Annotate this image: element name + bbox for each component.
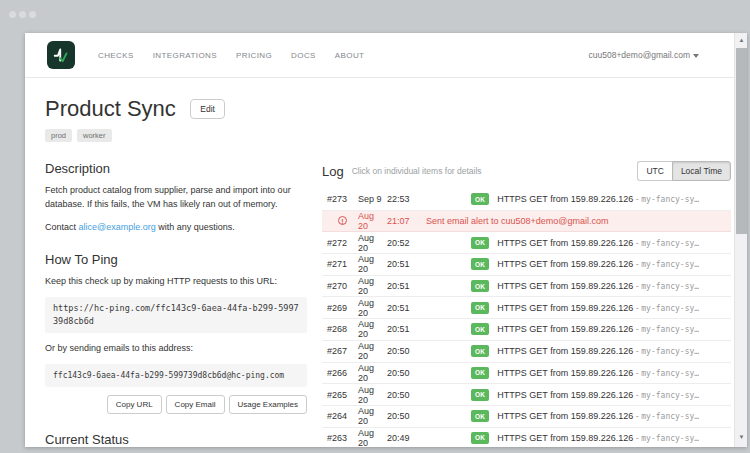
ok-badge: OK xyxy=(471,432,489,444)
ping-date: Aug 20 xyxy=(358,363,385,383)
ok-badge: OK xyxy=(471,323,489,335)
ping-number: #273 xyxy=(322,194,347,204)
ok-badge: OK xyxy=(471,258,489,270)
ping-time: 20:50 xyxy=(387,346,413,356)
remote-host: my-fancy-sy… xyxy=(641,260,699,269)
log-row-ping[interactable]: #272 Aug 20 20:52 OK HTTPS GET from 159.… xyxy=(322,232,731,254)
utc-toggle-button[interactable]: UTC xyxy=(637,161,671,181)
timezone-toggle: UTC Local Time xyxy=(637,161,731,181)
log-row-ping[interactable]: #268 Aug 20 20:51 OK HTTPS GET from 159.… xyxy=(322,319,731,341)
chevron-down-icon xyxy=(693,54,699,58)
description-heading: Description xyxy=(45,161,307,176)
alert-date: Aug 20 xyxy=(358,211,385,231)
ping-description: HTTPS GET from 159.89.226.126 - my-fancy… xyxy=(497,368,699,378)
log-table: #273 Sep 9 22:53 OK HTTPS GET from 159.8… xyxy=(322,189,731,447)
current-status-heading: Current Status xyxy=(45,432,307,447)
local-time-toggle-button[interactable]: Local Time xyxy=(672,161,731,181)
log-row-ping[interactable]: #264 Aug 20 20:50 OK HTTPS GET from 159.… xyxy=(322,406,731,428)
ping-date: Aug 20 xyxy=(358,276,385,296)
log-section: Log Click on individual items for detail… xyxy=(322,161,731,447)
description-contact: Contact alice@example.org with any quest… xyxy=(45,220,307,234)
ping-description: HTTPS GET from 159.89.226.126 - my-fancy… xyxy=(497,411,699,421)
description-body: Fetch product catalog from supplier, par… xyxy=(45,183,307,211)
ping-date: Aug 20 xyxy=(358,428,385,447)
ping-date: Aug 20 xyxy=(358,298,385,318)
page-title: Product Sync xyxy=(45,96,176,121)
remote-host: my-fancy-sy… xyxy=(641,434,699,443)
log-row-ping[interactable]: #273 Sep 9 22:53 OK HTTPS GET from 159.8… xyxy=(322,189,731,211)
nav-item-pricing[interactable]: PRICING xyxy=(236,51,272,60)
remote-host: my-fancy-sy… xyxy=(641,239,699,248)
ok-badge: OK xyxy=(471,345,489,357)
ping-date: Aug 20 xyxy=(358,319,385,339)
window-traffic-lights xyxy=(9,11,36,18)
log-row-ping[interactable]: #266 Aug 20 20:50 OK HTTPS GET from 159.… xyxy=(322,363,731,385)
ping-number: #269 xyxy=(322,303,347,313)
copy-email-button[interactable]: Copy Email xyxy=(166,395,225,414)
ping-url-hint: Keep this check up by making HTTP reques… xyxy=(45,274,307,288)
ping-time: 20:51 xyxy=(387,281,413,291)
ping-number: #270 xyxy=(322,281,347,291)
log-row-ping[interactable]: #265 Aug 20 20:50 OK HTTPS GET from 159.… xyxy=(322,384,731,406)
ping-description: HTTPS GET from 159.89.226.126 - my-fancy… xyxy=(497,346,699,356)
ok-badge: OK xyxy=(471,389,489,401)
remote-host: my-fancy-sy… xyxy=(641,195,699,204)
remote-host: my-fancy-sy… xyxy=(641,412,699,421)
left-column: Description Fetch product catalog from s… xyxy=(45,161,307,447)
remote-host: my-fancy-sy… xyxy=(641,369,699,378)
account-menu[interactable]: cuu508+demo@gmail.com xyxy=(589,50,699,60)
nav-links: CHECKS INTEGRATIONS PRICING DOCS ABOUT xyxy=(98,51,364,60)
ping-description: HTTPS GET from 159.89.226.126 - my-fancy… xyxy=(497,259,699,269)
remote-host: my-fancy-sy… xyxy=(641,304,699,313)
ping-number: #263 xyxy=(322,433,347,443)
traffic-light-dot xyxy=(29,11,36,18)
ping-number: #267 xyxy=(322,346,347,356)
browser-window: CHECKS INTEGRATIONS PRICING DOCS ABOUT c… xyxy=(25,33,747,447)
remote-host: my-fancy-sy… xyxy=(641,347,699,356)
copy-url-button[interactable]: Copy URL xyxy=(107,395,162,414)
log-row-alert[interactable]: ! Aug 20 21:07 Sent email alert to cuu50… xyxy=(322,211,731,233)
log-row-ping[interactable]: #263 Aug 20 20:49 OK HTTPS GET from 159.… xyxy=(322,428,731,447)
ping-date: Aug 20 xyxy=(358,341,385,361)
alert-icon: ! xyxy=(338,216,347,225)
ping-number: #266 xyxy=(322,368,347,378)
log-row-ping[interactable]: #267 Aug 20 20:50 OK HTTPS GET from 159.… xyxy=(322,341,731,363)
ok-badge: OK xyxy=(471,367,489,379)
ping-email-code[interactable]: ffc143c9-6aea-44fa-b299-599739d8cb6d@hc-… xyxy=(45,364,307,387)
log-row-ping[interactable]: #270 Aug 20 20:51 OK HTTPS GET from 159.… xyxy=(322,276,731,298)
edit-button[interactable]: Edit xyxy=(190,99,225,119)
ping-time: 22:53 xyxy=(387,194,413,204)
nav-item-checks[interactable]: CHECKS xyxy=(98,51,134,60)
account-email: cuu508+demo@gmail.com xyxy=(589,50,690,60)
ping-number: #265 xyxy=(322,390,347,400)
ping-number: #272 xyxy=(322,238,347,248)
ping-actions: Copy URL Copy Email Usage Examples xyxy=(45,395,307,414)
healthchecks-logo-icon[interactable] xyxy=(47,41,75,69)
remote-host: my-fancy-sy… xyxy=(641,282,699,291)
nav-item-docs[interactable]: DOCS xyxy=(291,51,316,60)
ping-url-code[interactable]: https://hc-ping.com/ffc143c9-6aea-44fa-b… xyxy=(45,297,307,333)
usage-examples-button[interactable]: Usage Examples xyxy=(229,395,307,414)
scroll-up-icon[interactable]: ▲ xyxy=(735,34,747,46)
scroll-down-icon[interactable]: ▼ xyxy=(735,431,747,443)
ping-number: #264 xyxy=(322,411,347,421)
alert-message: Sent email alert to cuu508+demo@gmail.co… xyxy=(426,216,608,226)
ping-date: Aug 20 xyxy=(358,233,385,253)
log-subtitle: Click on individual items for details xyxy=(352,166,482,176)
ping-time: 20:49 xyxy=(387,433,413,443)
ping-description: HTTPS GET from 159.89.226.126 - my-fancy… xyxy=(497,433,699,443)
nav-item-integrations[interactable]: INTEGRATIONS xyxy=(153,51,217,60)
how-to-ping-heading: How To Ping xyxy=(45,252,307,267)
ok-badge: OK xyxy=(471,302,489,314)
contact-email-link[interactable]: alice@example.org xyxy=(79,222,156,232)
log-row-ping[interactable]: #269 Aug 20 20:51 OK HTTPS GET from 159.… xyxy=(322,297,731,319)
ping-description: HTTPS GET from 159.89.226.126 - my-fancy… xyxy=(497,390,699,400)
ping-description: HTTPS GET from 159.89.226.126 - my-fancy… xyxy=(497,303,699,313)
pulse-icon xyxy=(50,44,72,66)
ping-time: 20:50 xyxy=(387,390,413,400)
scrollbar[interactable]: ▲ ▼ xyxy=(734,33,747,447)
scrollbar-thumb[interactable] xyxy=(736,48,747,234)
page-header: Product Sync Edit prod worker xyxy=(45,96,225,142)
log-row-ping[interactable]: #271 Aug 20 20:51 OK HTTPS GET from 159.… xyxy=(322,254,731,276)
nav-item-about[interactable]: ABOUT xyxy=(335,51,365,60)
